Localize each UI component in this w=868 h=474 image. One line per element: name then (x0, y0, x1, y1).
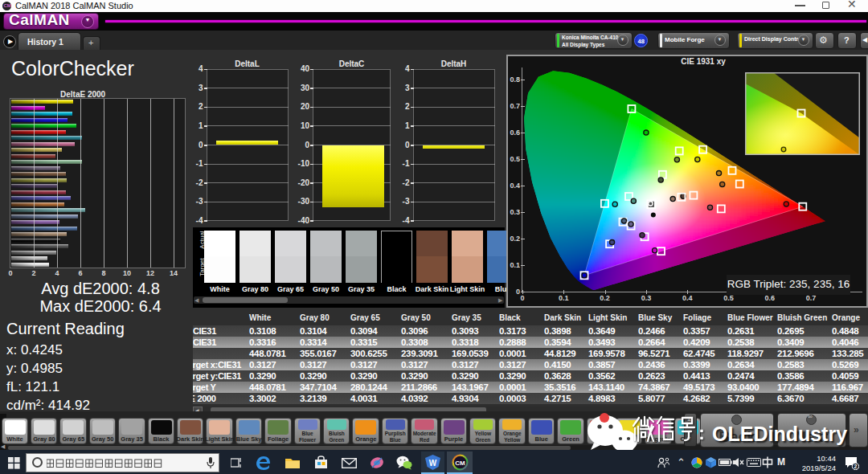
svg-text:CM: CM (455, 460, 465, 467)
svg-text:2: 2 (854, 464, 858, 469)
svg-text::: : (698, 422, 705, 443)
svg-text:W: W (429, 459, 437, 468)
